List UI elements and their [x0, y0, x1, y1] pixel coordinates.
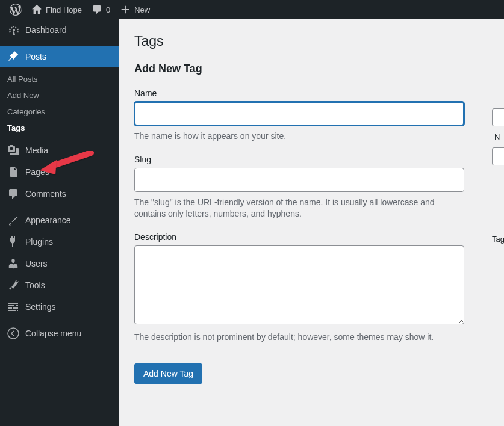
description-field: Description The description is not promi… [134, 232, 488, 344]
submenu-categories[interactable]: Categories [0, 103, 119, 120]
sidebar-label: Appearance [25, 215, 71, 225]
submenu-all-posts[interactable]: All Posts [0, 71, 119, 87]
sidebar-label: Plugins [25, 237, 53, 247]
separator [0, 318, 119, 323]
sidebar-item-users[interactable]: Users [0, 253, 119, 274]
description-textarea[interactable] [134, 245, 464, 324]
sidebar-label: Comments [25, 189, 66, 199]
user-icon [7, 258, 19, 270]
slug-input[interactable] [134, 168, 464, 192]
separator [0, 205, 119, 209]
plus-icon [120, 4, 131, 15]
slug-label: Slug [134, 155, 488, 164]
admin-topbar: Find Hope 0 New [0, 0, 504, 19]
sidebar-item-appearance[interactable]: Appearance [0, 209, 119, 231]
comments-link[interactable]: 0 [87, 0, 115, 19]
comments-count: 0 [106, 5, 110, 14]
name-field: Name The name is how it appears on your … [134, 88, 488, 143]
plug-icon [7, 236, 19, 248]
name-input[interactable] [134, 102, 464, 126]
new-content-link[interactable]: New [115, 0, 155, 19]
peek-box [492, 147, 504, 165]
collapse-icon [7, 327, 19, 339]
sliders-icon [7, 301, 19, 313]
submenu-add-new[interactable]: Add New [0, 87, 119, 103]
form-title: Add New Tag [134, 63, 488, 75]
sidebar-item-settings[interactable]: Settings [0, 296, 119, 318]
page-title: Tags [134, 28, 488, 52]
admin-sidebar: Dashboard Posts All Posts Add New Catego… [0, 19, 119, 426]
submenu-tags[interactable]: Tags [0, 120, 119, 136]
separator [0, 41, 119, 46]
sidebar-label: Settings [25, 302, 56, 312]
comment-icon [92, 4, 102, 15]
add-new-tag-button[interactable]: Add New Tag [134, 363, 202, 384]
slug-desc: The "slug" is the URL-friendly version o… [134, 197, 464, 220]
peek-tag: Tag [492, 235, 504, 244]
site-home-link[interactable]: Find Hope [26, 0, 87, 19]
new-label: New [134, 5, 150, 14]
sidebar-item-tools[interactable]: Tools [0, 274, 119, 296]
pages-icon [7, 166, 19, 178]
sidebar-item-dashboard[interactable]: Dashboard [0, 19, 119, 41]
peek-n: N [492, 132, 504, 141]
sidebar-item-pages[interactable]: Pages [0, 161, 119, 183]
sidebar-item-plugins[interactable]: Plugins [0, 231, 119, 253]
sidebar-collapse[interactable]: Collapse menu [0, 323, 119, 344]
sidebar-label: Pages [25, 167, 49, 177]
sidebar-item-comments[interactable]: Comments [0, 183, 119, 205]
sidebar-item-media[interactable]: Media [0, 140, 119, 161]
wrench-icon [7, 279, 19, 291]
sidebar-label: Dashboard [25, 25, 67, 35]
name-desc: The name is how it appears on your site. [134, 131, 464, 143]
posts-submenu: All Posts Add New Categories Tags [0, 67, 119, 140]
description-label: Description [134, 232, 488, 242]
pin-icon [7, 51, 19, 63]
comments-icon [7, 188, 19, 200]
home-icon [31, 4, 42, 15]
sidebar-label: Posts [25, 52, 46, 61]
site-name: Find Hope [46, 5, 82, 14]
description-desc: The description is not prominent by defa… [134, 332, 464, 344]
sidebar-item-posts[interactable]: Posts [0, 46, 119, 67]
brush-icon [7, 214, 19, 226]
wordpress-logo[interactable] [5, 0, 26, 19]
svg-point-0 [8, 328, 19, 339]
wordpress-icon [10, 4, 22, 16]
sidebar-label: Collapse menu [25, 329, 81, 338]
main-content: Tags Add New Tag Name The name is how it… [119, 19, 504, 426]
media-icon [7, 144, 19, 156]
right-panel-peek: N Tag [492, 108, 504, 171]
sidebar-label: Users [25, 259, 48, 268]
sidebar-label: Media [25, 146, 48, 155]
sidebar-label: Tools [25, 280, 45, 290]
dashboard-icon [7, 24, 19, 36]
name-label: Name [134, 88, 488, 98]
peek-box [492, 108, 504, 126]
slug-field: Slug The "slug" is the URL-friendly vers… [134, 155, 488, 220]
